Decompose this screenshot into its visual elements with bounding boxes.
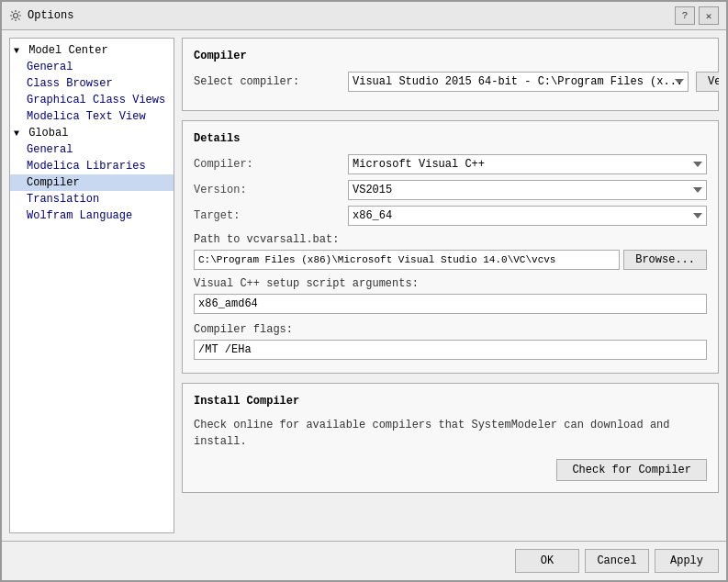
- sidebar-item-class-browser[interactable]: Class Browser: [10, 75, 174, 92]
- flags-input[interactable]: [194, 340, 707, 360]
- svg-point-0: [14, 14, 18, 18]
- content-area: ▼ Model Center General Class Browser Gra…: [2, 30, 726, 541]
- title-bar: Options ? ✕: [2, 2, 726, 30]
- flags-label: Compiler flags:: [194, 323, 707, 336]
- title-bar-left: Options: [9, 9, 73, 22]
- sidebar-item-wolfram-language-label: Wolfram Language: [27, 209, 132, 222]
- compiler-select-row: Select compiler: Visual Studio 2015 64-b…: [194, 72, 707, 92]
- apply-button[interactable]: Apply: [655, 549, 719, 573]
- details-grid: Compiler: Microsoft Visual C++ Version: …: [194, 154, 707, 226]
- sidebar-item-graphical-class-views-label: Graphical Class Views: [27, 94, 165, 106]
- sidebar-item-model-center[interactable]: ▼ Model Center: [10, 42, 174, 59]
- compiler-section: Compiler Select compiler: Visual Studio …: [182, 38, 719, 111]
- gear-icon: [9, 9, 22, 22]
- path-input[interactable]: [194, 250, 620, 270]
- target-dropdown[interactable]: x86_64: [348, 206, 707, 226]
- version-dropdown[interactable]: VS2015: [348, 180, 707, 200]
- help-button[interactable]: ?: [675, 6, 695, 25]
- path-block: Path to vcvarsall.bat: Browse...: [194, 233, 707, 270]
- sidebar-item-general-global[interactable]: General: [10, 141, 174, 158]
- footer: OK Cancel Apply: [2, 541, 726, 580]
- select-compiler-label: Select compiler:: [194, 75, 341, 88]
- sidebar-item-modelica-text-view-label: Modelica Text View: [27, 110, 146, 123]
- sidebar-item-translation-label: Translation: [27, 193, 99, 206]
- compiler-label: Compiler:: [194, 158, 341, 171]
- path-row: Browse...: [194, 250, 707, 270]
- vcsetup-input[interactable]: [194, 294, 707, 314]
- expand-arrow: ▼: [14, 46, 19, 56]
- details-section: Details Compiler: Microsoft Visual C++ V…: [182, 120, 719, 374]
- install-compiler-right: Check for Compiler: [194, 459, 707, 481]
- sidebar-item-compiler-label: Compiler: [27, 176, 80, 189]
- install-compiler-section: Install Compiler Check online for availa…: [182, 383, 719, 493]
- sidebar-item-compiler[interactable]: Compiler: [10, 174, 174, 191]
- title-bar-buttons: ? ✕: [675, 6, 719, 25]
- sidebar-item-wolfram-language[interactable]: Wolfram Language: [10, 207, 174, 224]
- sidebar-item-general-mc[interactable]: General: [10, 59, 174, 75]
- sidebar-item-class-browser-label: Class Browser: [27, 77, 113, 90]
- compiler-select-dropdown[interactable]: Visual Studio 2015 64-bit - C:\Program F…: [348, 72, 689, 92]
- compiler-section-title: Compiler: [194, 50, 707, 62]
- path-label: Path to vcvarsall.bat:: [194, 233, 707, 246]
- options-window: Options ? ✕ ▼ Model Center General Class…: [0, 0, 728, 582]
- vcsetup-block: Visual C++ setup script arguments:: [194, 277, 707, 316]
- sidebar-item-translation[interactable]: Translation: [10, 191, 174, 207]
- sidebar: ▼ Model Center General Class Browser Gra…: [9, 38, 174, 533]
- install-compiler-description: Check online for available compilers tha…: [194, 417, 707, 450]
- target-label: Target:: [194, 209, 341, 222]
- sidebar-item-modelica-text-view[interactable]: Modelica Text View: [10, 108, 174, 125]
- expand-arrow-global: ▼: [14, 129, 19, 139]
- ok-button[interactable]: OK: [515, 549, 579, 573]
- sidebar-item-modelica-libraries[interactable]: Modelica Libraries: [10, 158, 174, 174]
- verify-button[interactable]: Verify: [696, 72, 719, 92]
- sidebar-item-global[interactable]: ▼ Global: [10, 125, 174, 141]
- sidebar-item-general-mc-label: General: [27, 61, 73, 73]
- sidebar-item-model-center-label: Model Center: [28, 44, 107, 57]
- details-section-title: Details: [194, 132, 707, 145]
- flags-block: Compiler flags:: [194, 323, 707, 362]
- vcsetup-label: Visual C++ setup script arguments:: [194, 277, 707, 290]
- sidebar-item-global-label: Global: [28, 127, 68, 140]
- sidebar-item-graphical-class-views[interactable]: Graphical Class Views: [10, 92, 174, 108]
- compiler-value-dropdown[interactable]: Microsoft Visual C++: [348, 154, 707, 174]
- right-panel: Compiler Select compiler: Visual Studio …: [182, 38, 719, 533]
- version-label: Version:: [194, 184, 341, 196]
- sidebar-item-general-global-label: General: [27, 143, 73, 156]
- install-compiler-title: Install Compiler: [194, 395, 707, 408]
- browse-button[interactable]: Browse...: [623, 250, 707, 270]
- window-title: Options: [28, 9, 73, 22]
- close-button[interactable]: ✕: [699, 6, 719, 25]
- check-for-compiler-button[interactable]: Check for Compiler: [556, 459, 707, 481]
- sidebar-item-modelica-libraries-label: Modelica Libraries: [27, 160, 146, 173]
- cancel-button[interactable]: Cancel: [585, 549, 649, 573]
